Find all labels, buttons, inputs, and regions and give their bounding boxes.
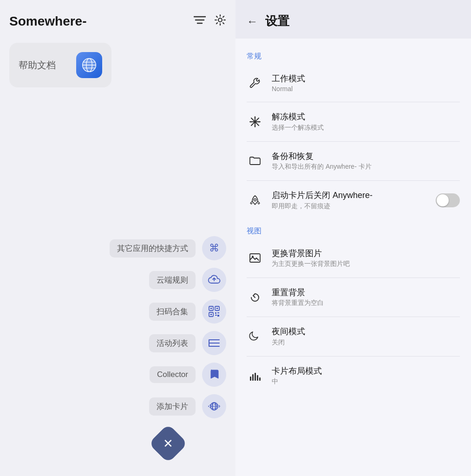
svg-rect-15: [216, 308, 218, 309]
svg-point-38: [254, 198, 256, 201]
left-header: Somewhere-: [9, 14, 226, 29]
folder-icon: [247, 152, 263, 169]
left-panel: Somewhere- 帮助文档: [0, 0, 236, 476]
backup-title: 备份和恢复: [272, 151, 460, 162]
collector-btn[interactable]: [202, 363, 226, 387]
svg-point-35: [255, 126, 256, 127]
close-after-launch-title: 启动卡片后关闭 Anywhere-: [272, 190, 427, 201]
settings-item-unfreeze[interactable]: 解冻模式 选择一个解冻模式: [236, 104, 471, 139]
settings-item-card-layout[interactable]: 卡片布局模式 中: [236, 358, 471, 393]
close-after-launch-toggle[interactable]: [436, 193, 460, 207]
card-layout-subtitle: 中: [272, 377, 460, 386]
gear-icon[interactable]: [214, 14, 226, 29]
svg-rect-14: [210, 308, 212, 309]
cloud-btn[interactable]: [202, 268, 226, 292]
svg-text:⌘: ⌘: [209, 242, 219, 254]
help-card-label: 帮助文档: [19, 59, 56, 72]
help-card[interactable]: 帮助文档: [9, 43, 111, 87]
svg-point-40: [252, 256, 254, 258]
settings-content: 常规 工作模式 Normal: [236, 39, 471, 398]
svg-rect-43: [255, 373, 256, 381]
settings-item-reset-bg[interactable]: 重置背景 将背景重置为空白: [236, 280, 471, 315]
reset-bg-subtitle: 将背景重置为空白: [272, 299, 460, 307]
layout-icon: [247, 367, 263, 384]
card-layout-text: 卡片布局模式 中: [272, 366, 460, 386]
quick-action-cloud[interactable]: 云端规则: [149, 268, 226, 292]
image-icon: [247, 250, 263, 266]
quick-action-qr[interactable]: 扫码合集: [149, 299, 226, 324]
svg-point-3: [218, 18, 222, 22]
divider-4: [247, 278, 460, 278]
unfreeze-title: 解冻模式: [272, 112, 460, 122]
svg-rect-16: [210, 314, 212, 315]
quick-actions: 其它应用的快捷方式 ⌘ 云端规则 扫码合集: [110, 236, 226, 457]
reset-bg-text: 重置背景 将背景重置为空白: [272, 287, 460, 307]
night-mode-subtitle: 关闭: [272, 338, 460, 347]
svg-point-37: [259, 121, 260, 123]
settings-item-close-after-launch[interactable]: 启动卡片后关闭 Anywhere- 即用即走，不留痕迹: [236, 183, 471, 218]
add-card-label: 添加卡片: [149, 397, 196, 416]
shortcuts-btn[interactable]: ⌘: [202, 236, 226, 260]
help-card-icon: [76, 52, 102, 78]
divider-5: [247, 317, 460, 317]
unfreeze-text: 解冻模式 选择一个解冻模式: [272, 112, 460, 132]
change-bg-subtitle: 为主页更换一张背景图片吧: [272, 260, 460, 268]
quick-action-add-card[interactable]: 添加卡片: [149, 394, 226, 418]
work-mode-text: 工作模式 Normal: [272, 73, 460, 93]
divider-6: [247, 356, 460, 357]
close-after-launch-subtitle: 即用即走，不留痕迹: [272, 202, 427, 211]
section-label-general: 常规: [236, 43, 471, 66]
card-layout-title: 卡片布局模式: [272, 366, 460, 377]
divider-2: [247, 141, 460, 142]
backup-subtitle: 导入和导出所有的 Anywhere- 卡片: [272, 163, 460, 171]
header-icons: [194, 14, 226, 29]
unfreeze-subtitle: 选择一个解冻模式: [272, 124, 460, 132]
svg-point-34: [255, 117, 256, 119]
add-card-btn[interactable]: [202, 394, 226, 418]
wrench-icon: [247, 75, 263, 92]
rocket-icon: [247, 192, 263, 209]
filter-icon[interactable]: [194, 15, 206, 27]
change-bg-title: 更换背景图片: [272, 248, 460, 259]
list-btn[interactable]: [202, 331, 226, 355]
settings-item-change-bg[interactable]: 更换背景图片 为主页更换一张背景图片吧: [236, 241, 471, 276]
close-icon: ✕: [163, 436, 173, 451]
svg-rect-44: [257, 375, 258, 381]
quick-action-shortcuts[interactable]: 其它应用的快捷方式 ⌘: [110, 236, 226, 260]
night-mode-title: 夜间模式: [272, 326, 460, 337]
close-after-launch-text: 启动卡片后关闭 Anywhere- 即用即走，不留痕迹: [272, 190, 427, 210]
app-title: Somewhere-: [9, 14, 87, 29]
settings-header: ← 设置: [236, 0, 471, 39]
snowflake-icon: [247, 113, 263, 130]
quick-action-list[interactable]: 活动列表: [149, 331, 226, 355]
change-bg-text: 更换背景图片 为主页更换一张背景图片吧: [272, 248, 460, 268]
settings-item-work-mode[interactable]: 工作模式 Normal: [236, 66, 471, 100]
toggle-thumb: [437, 194, 449, 206]
settings-item-night-mode[interactable]: 夜间模式 关闭: [236, 319, 471, 354]
qr-label: 扫码合集: [149, 303, 196, 321]
svg-point-33: [254, 121, 256, 123]
svg-rect-42: [252, 374, 254, 381]
back-button[interactable]: ←: [247, 15, 258, 28]
backup-text: 备份和恢复 导入和导出所有的 Anywhere- 卡片: [272, 151, 460, 171]
svg-rect-19: [215, 315, 217, 316]
quick-action-collector[interactable]: Collector: [150, 363, 226, 387]
cloud-label: 云端规则: [149, 271, 196, 289]
work-mode-title: 工作模式: [272, 73, 460, 84]
close-button[interactable]: ✕: [148, 424, 188, 463]
svg-rect-45: [259, 377, 261, 381]
svg-rect-20: [217, 315, 219, 317]
shortcuts-label: 其它应用的快捷方式: [110, 239, 196, 258]
qr-btn[interactable]: [202, 299, 226, 324]
moon-icon: [247, 328, 263, 345]
work-mode-subtitle: Normal: [272, 85, 460, 93]
settings-item-backup[interactable]: 备份和恢复 导入和导出所有的 Anywhere- 卡片: [236, 144, 471, 178]
night-mode-text: 夜间模式 关闭: [272, 326, 460, 346]
reset-icon: [247, 289, 263, 306]
svg-rect-17: [215, 312, 216, 314]
collector-label: Collector: [150, 366, 196, 383]
svg-rect-41: [250, 377, 251, 381]
svg-point-36: [250, 121, 252, 123]
svg-rect-18: [217, 312, 219, 313]
settings-panel: ← 设置 常规 工作模式 Normal: [236, 0, 471, 476]
